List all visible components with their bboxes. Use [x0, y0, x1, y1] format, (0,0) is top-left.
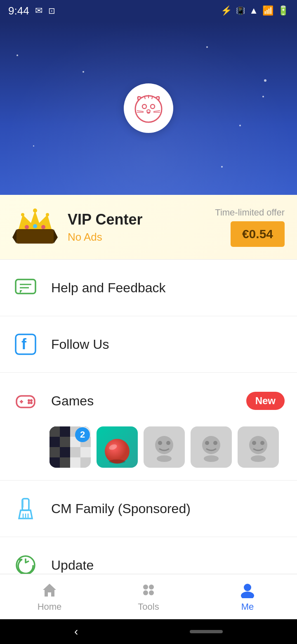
vip-subtitle: No Ads	[68, 231, 205, 244]
vip-text-block: VIP Center No Ads	[68, 211, 205, 244]
status-bar: 9:44 ✉ ⊡ ⚡ 📳 ▲ 📶 🔋	[0, 0, 297, 21]
home-icon	[41, 582, 58, 598]
svg-point-52	[166, 441, 170, 445]
svg-marker-13	[54, 229, 58, 244]
svg-point-80	[143, 585, 148, 590]
star-decoration	[239, 125, 241, 126]
vip-offer[interactable]: Time-limited offer €0.54	[215, 207, 285, 247]
nav-item-me[interactable]: Me	[198, 574, 297, 619]
menu-label-games: Games	[51, 393, 94, 409]
svg-point-1	[142, 104, 146, 109]
vip-title: VIP Center	[68, 211, 205, 228]
svg-point-59	[252, 441, 256, 445]
tiger-face-icon	[132, 92, 165, 125]
svg-point-84	[244, 584, 251, 591]
games-section: Games New	[0, 373, 297, 481]
game-app-chess[interactable]: 2	[50, 426, 91, 468]
menu-item-cm-family[interactable]: CM Family (Sponsored)	[0, 481, 297, 537]
svg-point-57	[249, 436, 267, 454]
games-apps-list: 2	[0, 422, 297, 480]
star-decoration	[221, 166, 223, 168]
battery-icon: 🔋	[278, 5, 289, 16]
gmail-icon: ✉	[35, 5, 42, 16]
brush-icon	[12, 495, 39, 522]
svg-point-54	[204, 455, 219, 462]
menu-item-help[interactable]: Help and Feedback	[0, 260, 297, 316]
svg-point-15	[33, 208, 37, 213]
svg-rect-41	[60, 457, 70, 468]
wifi-icon: ▲	[249, 5, 258, 16]
bluetooth-icon: ⚡	[221, 5, 232, 16]
svg-rect-62	[21, 500, 24, 508]
svg-rect-42	[70, 447, 80, 457]
svg-point-0	[135, 96, 162, 122]
vip-price-button[interactable]: €0.54	[231, 221, 285, 247]
menu-label-cm-family: CM Family (Sponsored)	[51, 501, 191, 516]
star-decoration	[206, 46, 208, 48]
nav-label-me: Me	[241, 601, 254, 612]
svg-rect-36	[50, 426, 60, 437]
vibrate-icon: 📳	[236, 6, 245, 15]
vip-offer-label: Time-limited offer	[215, 207, 285, 218]
menu-label-follow: Follow Us	[51, 337, 109, 352]
svg-rect-40	[50, 447, 60, 457]
svg-point-20	[41, 225, 45, 229]
nav-label-home: Home	[38, 601, 62, 612]
vip-banner[interactable]: VIP Center No Ads Time-limited offer €0.…	[0, 195, 297, 260]
bottom-navigation: Home Tools Me	[0, 574, 297, 619]
svg-point-2	[151, 104, 155, 109]
nav-item-tools[interactable]: Tools	[99, 574, 198, 619]
home-pill[interactable]	[190, 630, 223, 633]
menu-label-help: Help and Feedback	[51, 280, 166, 296]
svg-point-31	[30, 399, 33, 402]
tools-icon	[140, 582, 157, 598]
signal-icon: 📶	[262, 5, 273, 16]
me-icon	[239, 582, 256, 598]
svg-point-16	[21, 213, 24, 216]
svg-point-82	[143, 590, 148, 595]
svg-point-19	[33, 224, 37, 228]
chat-icon	[12, 275, 39, 301]
vip-crown-icon	[12, 206, 58, 248]
svg-point-60	[260, 441, 264, 445]
svg-rect-11	[16, 229, 54, 244]
svg-point-3	[147, 110, 150, 112]
gamepad-icon	[12, 388, 39, 414]
svg-point-56	[213, 441, 217, 445]
nav-label-tools: Tools	[138, 601, 159, 612]
svg-text:f: f	[21, 336, 27, 353]
svg-rect-27	[16, 396, 35, 407]
svg-point-47	[109, 459, 125, 464]
nav-item-home[interactable]: Home	[0, 574, 99, 619]
svg-point-33	[30, 402, 33, 404]
back-button[interactable]: ‹	[74, 625, 78, 638]
game-app-placeholder-1[interactable]	[144, 426, 185, 468]
screen-record-icon: ⊡	[48, 6, 55, 16]
facebook-icon: f	[12, 331, 39, 358]
svg-rect-37	[60, 437, 70, 447]
svg-point-30	[28, 399, 30, 402]
svg-point-55	[205, 441, 209, 445]
star-decoration	[262, 96, 264, 97]
menu-label-update: Update	[51, 558, 94, 573]
hero-section	[0, 21, 297, 195]
svg-point-53	[202, 436, 220, 454]
star-decoration	[82, 71, 84, 73]
svg-point-49	[155, 436, 173, 454]
svg-point-50	[157, 455, 172, 462]
star-decoration	[16, 54, 18, 56]
avatar[interactable]	[124, 83, 173, 133]
menu-item-games[interactable]: Games New	[0, 373, 297, 422]
svg-marker-79	[43, 584, 56, 597]
svg-point-32	[28, 402, 30, 404]
svg-point-17	[46, 213, 49, 216]
menu-item-follow[interactable]: f Follow Us	[0, 316, 297, 373]
time: 9:44	[8, 5, 29, 17]
game-app-ball[interactable]	[97, 426, 138, 468]
svg-line-6	[153, 111, 160, 111]
svg-marker-12	[12, 229, 16, 244]
star-decoration	[33, 145, 34, 147]
svg-point-18	[25, 225, 29, 229]
game-app-placeholder-2[interactable]	[191, 426, 232, 468]
game-app-placeholder-3[interactable]	[238, 426, 279, 468]
